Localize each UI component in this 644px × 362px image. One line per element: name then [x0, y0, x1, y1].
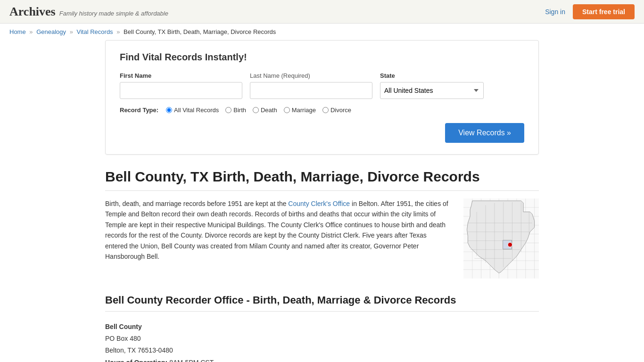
radio-marriage[interactable]: Marriage — [284, 107, 316, 114]
radio-death[interactable]: Death — [253, 107, 277, 114]
first-name-input[interactable] — [120, 82, 242, 99]
record-type-options: All Vital Records Birth Death Marriage D… — [166, 107, 351, 114]
state-label: State — [380, 72, 484, 79]
breadcrumb-home[interactable]: Home — [9, 28, 26, 35]
record-type-row: Record Type: All Vital Records Birth Dea… — [120, 107, 524, 114]
breadcrumb-sep-2: » — [70, 28, 73, 35]
office-name: Bell County — [105, 321, 539, 333]
search-title: Find Vital Records Instantly! — [120, 52, 524, 63]
radio-birth[interactable]: Birth — [225, 107, 246, 114]
first-name-label: First Name — [120, 72, 242, 79]
radio-all-vital[interactable]: All Vital Records — [166, 107, 219, 114]
breadcrumb-current: Bell County, TX Birth, Death, Marriage, … — [124, 28, 276, 35]
breadcrumb-sep-3: » — [116, 28, 120, 35]
page-title: Bell County, TX Birth, Death, Marriage, … — [105, 169, 539, 191]
last-name-label: Last Name (Required) — [250, 72, 372, 79]
logo-area: Archives Family history made simple & af… — [9, 5, 168, 19]
site-header: Archives Family history made simple & af… — [0, 0, 644, 24]
office-hours: Hours of Operation: 8AM-5PM CST — [105, 357, 539, 362]
recorder-section-title: Bell County Recorder Office - Birth, Dea… — [105, 294, 539, 312]
breadcrumb-sep-1: » — [29, 28, 33, 35]
main-content: Find Vital Records Instantly! First Name… — [96, 40, 548, 362]
office-address-1: PO Box 480 — [105, 333, 539, 345]
state-field: State All United States — [380, 72, 484, 99]
view-records-button[interactable]: View Records » — [445, 123, 524, 143]
tagline: Family history made simple & affordable — [59, 10, 168, 17]
last-name-field: Last Name (Required) — [250, 72, 372, 99]
county-clerk-link[interactable]: County Clerk's Office — [288, 200, 350, 207]
office-info: Bell County PO Box 480 Belton, TX 76513-… — [105, 321, 539, 362]
description-section: Birth, death, and marriage records befor… — [105, 198, 539, 280]
logo-text: Archives — [9, 5, 56, 19]
header-actions: Sign in Start free trial — [545, 4, 635, 19]
search-actions: View Records » — [120, 123, 524, 143]
sign-in-link[interactable]: Sign in — [545, 8, 565, 16]
last-name-input[interactable] — [250, 82, 372, 99]
breadcrumb: Home » Genealogy » Vital Records » Bell … — [0, 24, 644, 40]
office-address-2: Belton, TX 76513-0480 — [105, 345, 539, 356]
radio-divorce[interactable]: Divorce — [322, 107, 351, 114]
state-select[interactable]: All United States — [380, 82, 484, 99]
breadcrumb-genealogy[interactable]: Genealogy — [36, 28, 66, 35]
breadcrumb-vital-records[interactable]: Vital Records — [77, 28, 113, 35]
texas-map — [463, 198, 539, 280]
search-fields-row: First Name Last Name (Required) State Al… — [120, 72, 524, 99]
first-name-field: First Name — [120, 72, 242, 99]
description-text: Birth, death, and marriage records befor… — [105, 198, 449, 280]
search-box: Find Vital Records Instantly! First Name… — [105, 40, 539, 155]
start-trial-button[interactable]: Start free trial — [573, 4, 635, 19]
record-type-label: Record Type: — [120, 107, 158, 114]
svg-point-30 — [508, 242, 512, 247]
